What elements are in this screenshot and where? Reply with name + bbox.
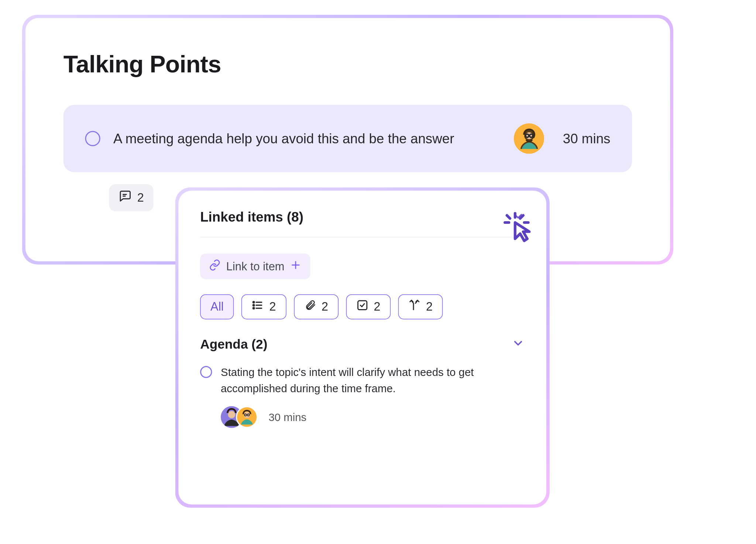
agenda-item-text: Stating the topic's intent will clarify … — [221, 364, 503, 396]
agenda-section-title: Agenda (2) — [200, 337, 267, 352]
comment-count-chip[interactable]: 2 — [109, 184, 154, 212]
agenda-item-duration: 30 mins — [268, 411, 306, 423]
agenda-item[interactable]: Stating the topic's intent will clarify … — [200, 364, 525, 396]
svg-point-12 — [253, 301, 255, 303]
linked-items-title: Linked items (8) — [200, 209, 303, 225]
filter-branch[interactable]: 2 — [398, 294, 443, 319]
avatar — [514, 123, 544, 154]
svg-point-14 — [253, 305, 255, 306]
avatar — [236, 406, 258, 428]
talking-point-text: A meeting agenda help you avoid this and… — [113, 131, 501, 147]
duration-label: 30 mins — [563, 131, 611, 147]
filter-branch-count: 2 — [426, 300, 433, 314]
plus-icon — [290, 259, 302, 274]
cursor-click-icon — [502, 211, 534, 244]
branch-icon — [409, 299, 420, 314]
svg-line-8 — [520, 215, 523, 218]
list-icon — [252, 299, 264, 314]
link-to-item-button[interactable]: Link to item — [200, 254, 310, 279]
linked-items-popover: Linked items (8) — [175, 187, 550, 507]
chevron-down-icon — [512, 337, 525, 352]
checkbox-icon — [356, 299, 368, 314]
radio-unchecked-icon[interactable] — [200, 366, 212, 378]
agenda-section-header[interactable]: Agenda (2) — [200, 337, 525, 352]
radio-unchecked-icon[interactable] — [85, 131, 100, 146]
linked-items-header[interactable]: Linked items (8) — [200, 205, 525, 237]
filter-all-label: All — [210, 300, 224, 314]
svg-line-7 — [507, 215, 510, 218]
comment-count: 2 — [137, 191, 144, 205]
filter-list-count: 2 — [269, 300, 276, 314]
talking-point-row[interactable]: A meeting agenda help you avoid this and… — [63, 105, 632, 172]
svg-point-19 — [228, 411, 235, 418]
filter-list[interactable]: 2 — [242, 294, 286, 319]
avatar-stack — [221, 406, 258, 428]
page-title: Talking Points — [63, 51, 632, 78]
filter-checkbox-count: 2 — [374, 300, 380, 314]
svg-point-16 — [253, 308, 255, 309]
paperclip-icon — [304, 299, 316, 314]
filter-attachment-count: 2 — [322, 300, 328, 314]
filter-checkbox[interactable]: 2 — [346, 294, 391, 319]
link-to-item-label: Link to item — [226, 260, 285, 273]
filter-attachment[interactable]: 2 — [294, 294, 339, 319]
svg-rect-18 — [358, 301, 367, 309]
filter-all[interactable]: All — [200, 294, 234, 319]
link-icon — [209, 259, 221, 274]
comment-icon — [119, 189, 132, 206]
